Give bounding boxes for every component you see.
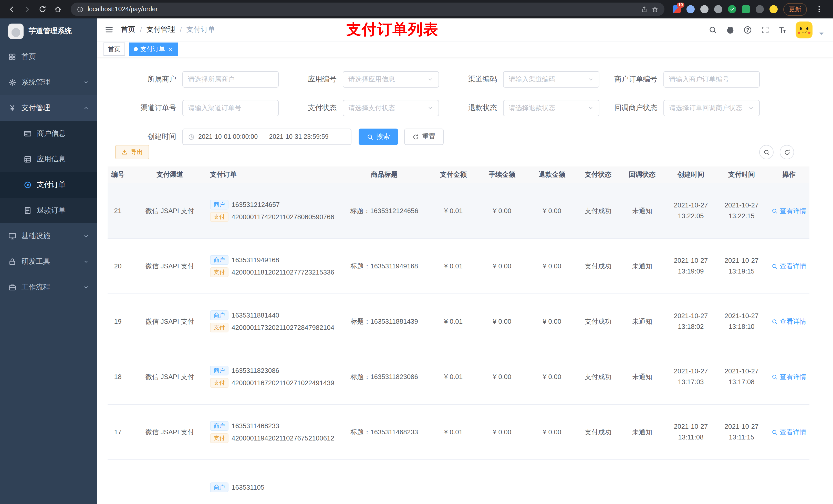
cell-amount-text: ¥ 0.01 [444, 262, 462, 270]
merchant-tag: 商户 [210, 421, 229, 431]
extension-icon[interactable]: 10 [673, 5, 681, 13]
sidebar-subitem-refund-order[interactable]: 退款订单 [0, 198, 97, 223]
breadcrumb-item-0[interactable]: 首页 [121, 25, 135, 34]
created-date: 2021-10-27 [668, 311, 714, 321]
column-header-10: 支付时间 [717, 166, 766, 183]
browser-back-button[interactable] [5, 3, 19, 16]
sidebar-item-infrastructure[interactable]: 基础设施 [0, 223, 97, 249]
sidebar-item-payment[interactable]: 支付管理 [0, 95, 97, 121]
home-icon [54, 5, 62, 13]
extension-icon[interactable] [687, 5, 695, 13]
header-search-icon[interactable] [709, 25, 717, 34]
cell-notify: 未通知 [620, 294, 664, 349]
help-icon[interactable] [743, 25, 752, 34]
merchant-order-line: 商户1635311468233 [210, 421, 335, 431]
cell-channel: 微信 JSAPI 支付 [136, 404, 204, 460]
merchant-order-no: 1635311823086 [232, 367, 279, 375]
extension-icon[interactable] [700, 5, 709, 13]
browser-home-button[interactable] [51, 3, 65, 16]
cell-channel-text: 微信 JSAPI 支付 [145, 207, 194, 214]
merchant-tag: 商户 [210, 310, 229, 320]
avatar-caret-icon[interactable] [817, 29, 826, 38]
cell-amount-text: ¥ 0.01 [444, 428, 462, 436]
merchant-input[interactable]: 请选择所属商户 [182, 71, 279, 88]
pay-order-table: 编号支付渠道支付订单商品标题支付金额手续金额退款金额支付状态回调状态创建时间支付… [108, 166, 809, 504]
channel-order-no-input[interactable]: 请输入渠道订单号 [182, 100, 279, 116]
pay-tag: 支付 [210, 323, 229, 332]
tab-active-dot [134, 47, 138, 51]
view-detail-link[interactable]: 查看详情 [771, 206, 806, 215]
close-icon[interactable] [168, 46, 173, 52]
sidebar-toggle-icon[interactable] [104, 25, 114, 34]
extension-icon[interactable] [714, 5, 722, 13]
sidebar: 芋道管理系统 首页系统管理支付管理商户信息应用信息支付订单退款订单基础设施研发工… [0, 19, 97, 504]
profile-emoji-icon[interactable] [769, 5, 778, 13]
cell-order: 商户1635312124657支付42000011742021102780605… [204, 183, 338, 238]
merchant-tag: 商户 [210, 200, 229, 210]
view-detail-link[interactable]: 查看详情 [771, 427, 806, 437]
dashboard-icon [8, 53, 16, 61]
sidebar-item-dev-tools[interactable]: 研发工具 [0, 249, 97, 274]
browser-reload-button[interactable] [36, 3, 49, 16]
cell-title: 标题：1635311823086 [338, 349, 430, 404]
refresh-table-button[interactable] [780, 145, 794, 159]
browser-update-button[interactable]: 更新 [783, 3, 807, 16]
reset-button[interactable]: 重置 [404, 128, 444, 145]
column-header-3: 商品标题 [338, 166, 430, 183]
app-logo[interactable]: 芋道管理系统 [0, 19, 97, 44]
column-header-11: 操作 [766, 166, 809, 183]
sidebar-subitem-pay-order[interactable]: 支付订单 [0, 172, 97, 198]
site-info-icon[interactable] [77, 6, 84, 13]
placeholder-text: 请输入商户订单编号 [669, 75, 729, 84]
tab-pay-order[interactable]: 支付订单 [129, 43, 178, 56]
cell-title: 标题：1635311468233 [338, 404, 430, 460]
sidebar-item-label: 系统管理 [22, 78, 50, 87]
create-time-range-input[interactable]: 2021-10-01 00:00:00 - 2021-10-31 23:59:5… [182, 128, 352, 145]
browser-forward-button[interactable] [21, 3, 34, 16]
sidebar-subitem-app-info[interactable]: 应用信息 [0, 146, 97, 172]
refund-status-select[interactable]: 请选择退款状态 [503, 100, 599, 116]
extension-check-icon[interactable] [728, 5, 736, 13]
browser-menu-button[interactable] [812, 3, 826, 16]
breadcrumb-item-1[interactable]: 支付管理 [146, 25, 175, 34]
app-no-select[interactable]: 请选择应用信息 [343, 71, 439, 88]
merchant-order-no-input[interactable]: 请输入商户订单编号 [663, 71, 760, 88]
font-size-icon[interactable] [778, 25, 787, 34]
share-icon[interactable] [641, 6, 647, 13]
cell-created: 2021-10-2713:22:05 [664, 183, 717, 238]
paid-time: 13:17:08 [720, 377, 763, 387]
tab-label: 支付订单 [140, 45, 165, 53]
toggle-search-button[interactable] [759, 145, 774, 159]
channel-code-select[interactable]: 请输入渠道编码 [503, 71, 599, 88]
sidebar-item-system[interactable]: 系统管理 [0, 70, 97, 95]
notify-status-select[interactable]: 请选择订单回调商户状态 [663, 100, 760, 116]
placeholder-text: 请选择应用信息 [348, 75, 395, 84]
cell-refund-text: ¥ 0.00 [543, 207, 561, 215]
cell-channel-text: 微信 JSAPI 支付 [145, 317, 194, 325]
extension-pin-icon[interactable] [756, 5, 764, 13]
view-detail-link[interactable]: 查看详情 [771, 317, 806, 326]
pay-status-select[interactable]: 请选择支付状态 [343, 100, 439, 116]
sidebar-item-home[interactable]: 首页 [0, 44, 97, 70]
tab-home[interactable]: 首页 [103, 43, 125, 56]
chevron-down-icon [83, 259, 89, 265]
search-button[interactable]: 搜索 [359, 128, 398, 145]
sidebar-subitem-merchant-info[interactable]: 商户信息 [0, 121, 97, 146]
fullscreen-icon[interactable] [761, 25, 769, 34]
address-bar[interactable]: localhost:1024/pay/order [71, 3, 664, 16]
cell-id: 20 [108, 238, 136, 294]
bookmark-star-icon[interactable] [652, 6, 658, 13]
cell-action: 查看详情 [766, 349, 809, 404]
cell-channel: 微信 JSAPI 支付 [136, 349, 204, 404]
view-detail-link[interactable]: 查看详情 [771, 262, 806, 271]
sidebar-item-workflow[interactable]: 工作流程 [0, 274, 97, 300]
extension-chat-icon[interactable] [742, 5, 750, 13]
cell-channel: 微信 JSAPI 支付 [136, 183, 204, 238]
filter-label: 退款状态 [446, 103, 503, 113]
merchant-order-line: 商户1635311949168 [210, 255, 335, 265]
view-detail-link[interactable]: 查看详情 [771, 372, 806, 381]
export-button[interactable]: 导出 [115, 145, 149, 159]
github-icon[interactable] [726, 25, 735, 34]
cell-id [108, 460, 136, 504]
user-avatar[interactable] [795, 21, 812, 38]
